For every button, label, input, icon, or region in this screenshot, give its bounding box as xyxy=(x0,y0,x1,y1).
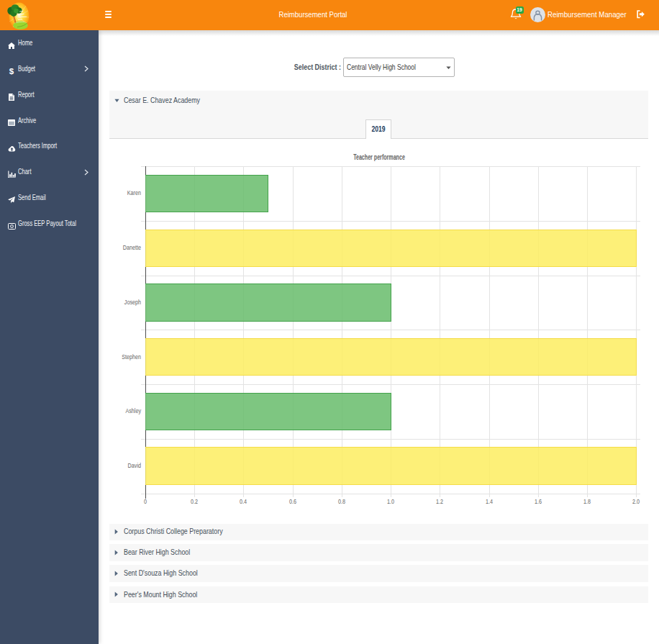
svg-text:$: $ xyxy=(9,66,14,75)
